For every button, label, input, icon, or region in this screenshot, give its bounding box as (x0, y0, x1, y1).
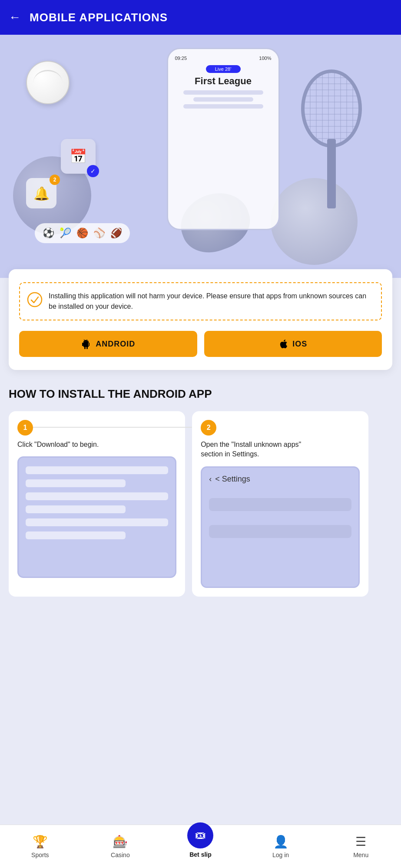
casino-icon: 🎰 (113, 835, 128, 849)
how-to-title: HOW TO INSTALL THE ANDROID APP (9, 387, 392, 401)
page-title: MOBILE APPLICATIONS (30, 11, 168, 24)
android-button[interactable]: ANDROID (19, 331, 197, 357)
ticket-icon: 🎟 (195, 828, 206, 842)
bet-slip-circle: 🎟 (187, 822, 213, 848)
notice-text: Installing this application will not har… (49, 291, 374, 312)
step-1-text: Click "Download" to begin. (17, 440, 176, 449)
nav-login-label: Log in (272, 851, 289, 858)
basketball-icon: 🏀 (76, 228, 88, 239)
tennis-racket (297, 69, 375, 208)
nav-casino-label: Casino (111, 851, 130, 858)
nav-bet-slip-label: Bet slip (189, 851, 212, 858)
nav-menu-label: Menu (353, 851, 368, 858)
notification-badge: 2 (50, 175, 60, 185)
phone-mockup: 09:25 100% Live 28' First League (167, 48, 280, 230)
step-1-image-content (26, 466, 168, 539)
settings-content (209, 498, 351, 538)
header: ← MOBILE APPLICATIONS (0, 0, 401, 35)
settings-label: < Settings (215, 475, 250, 484)
nav-bet-slip[interactable]: 🎟 Bet slip (160, 835, 241, 858)
settings-header: ‹ < Settings (202, 468, 358, 489)
nav-login[interactable]: 👤 Log in (241, 835, 321, 858)
apple-icon (278, 339, 288, 349)
android-label: ANDROID (96, 340, 135, 349)
calendar-check-icon: ✓ (87, 165, 99, 177)
check-circle-icon (27, 292, 43, 310)
sports-icons-bar: ⚽ 🎾 🏀 ⚾ 🏈 (35, 223, 130, 243)
league-name: First League (173, 76, 273, 87)
tennis-ball-icon: 🎾 (60, 228, 71, 239)
step-2-card: 2 Open the "Install unknown apps"section… (192, 411, 368, 597)
step-2-image: ‹ < Settings (201, 466, 360, 588)
person-icon: 👤 (273, 835, 288, 849)
trophy-icon: 🏆 (33, 835, 48, 849)
ios-button[interactable]: IOS (204, 331, 382, 357)
live-badge: Live 28' (206, 65, 241, 73)
back-button[interactable]: ← (9, 10, 21, 24)
step-1-card: 1 Click "Download" to begin. (9, 411, 185, 597)
hero-illustration: 09:25 100% Live 28' First League 📅 ✓ 🔔 2… (0, 35, 401, 278)
download-buttons: ANDROID IOS (19, 331, 382, 357)
android-icon (81, 339, 91, 349)
phone-content (173, 90, 273, 109)
menu-icon: ☰ (355, 835, 366, 849)
how-to-section: HOW TO INSTALL THE ANDROID APP 1 Click "… (0, 370, 401, 605)
nav-sports-label: Sports (31, 851, 49, 858)
step-2-text: Open the "Install unknown apps"section i… (201, 440, 360, 459)
steps-container: 1 Click "Download" to begin. 2 Open the … (9, 411, 392, 597)
baseball-icon: ⚾ (93, 228, 105, 239)
soccer-icon: ⚽ (43, 228, 54, 239)
nav-menu[interactable]: ☰ Menu (321, 835, 401, 858)
nav-sports[interactable]: 🏆 Sports (0, 835, 80, 858)
other-sport-icon: 🏈 (110, 228, 122, 239)
install-card: Installing this application will not har… (9, 269, 392, 370)
notification-bell: 🔔 2 (26, 178, 56, 208)
install-notice: Installing this application will not har… (19, 282, 382, 320)
bottom-navigation: 🏆 Sports 🎰 Casino 🎟 Bet slip 👤 Log in ☰ … (0, 825, 401, 868)
baseball-ball (26, 61, 70, 104)
step-1-number: 1 (17, 420, 33, 436)
svg-point-0 (28, 293, 42, 307)
ios-label: IOS (292, 340, 307, 349)
step-1-image (17, 456, 176, 578)
phone-status-bar: 09:25 100% (173, 56, 273, 61)
step-2-number: 2 (201, 420, 216, 436)
nav-casino[interactable]: 🎰 Casino (80, 835, 161, 858)
back-chevron-icon: ‹ (209, 475, 212, 484)
calendar-icon: 📅 ✓ (61, 139, 96, 174)
